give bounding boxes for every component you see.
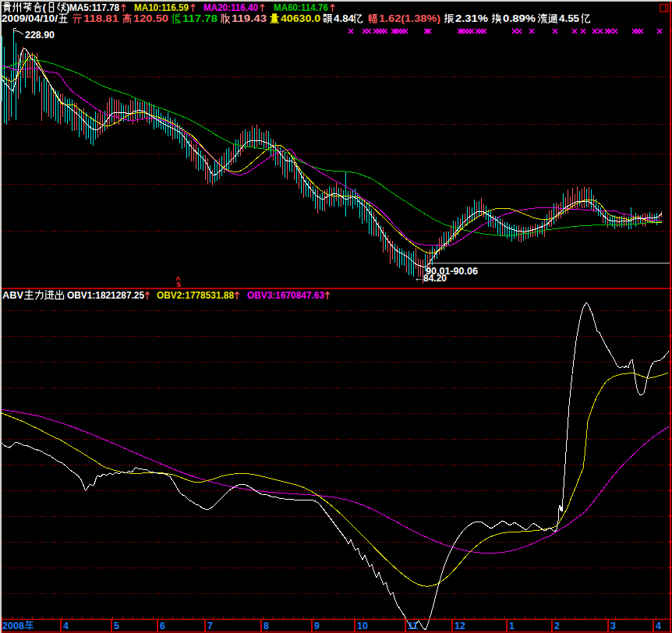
svg-text:119.43: 119.43 [232,12,267,24]
svg-text:OBV3:1670847.63: OBV3:1670847.63 [247,289,324,301]
svg-text:2.31%: 2.31% [455,12,488,24]
svg-text:4.84: 4.84 [334,12,354,24]
svg-text:228.90: 228.90 [25,30,55,41]
svg-text:9: 9 [314,621,320,631]
svg-text:7: 7 [207,621,213,631]
svg-text:40630.0: 40630.0 [281,12,320,24]
svg-text:MA10:116.59: MA10:116.59 [134,2,189,13]
svg-text:←84.20: ←84.20 [414,272,447,284]
svg-text:ABV: ABV [2,289,23,301]
svg-text:5: 5 [114,621,119,631]
svg-text:1: 1 [509,621,515,631]
svg-text:3: 3 [610,621,616,631]
svg-text:OBV2:1778531.88: OBV2:1778531.88 [157,289,234,301]
svg-text:11: 11 [408,621,418,631]
svg-text:OBV1:1821287.25: OBV1:1821287.25 [67,289,144,301]
svg-text:1.62(1.38%): 1.62(1.38%) [379,12,440,24]
svg-text:^: ^ [175,275,181,285]
svg-text:4.55: 4.55 [559,12,579,24]
svg-text:(: ( [42,2,46,13]
svg-text:2009/04/10/: 2009/04/10/ [2,12,58,24]
svg-text:4: 4 [63,621,69,631]
svg-text:6: 6 [160,621,165,631]
svg-text:4: 4 [656,621,661,631]
svg-text:MA5:117.78: MA5:117.78 [69,2,119,13]
svg-text:117.78: 117.78 [182,12,218,24]
svg-text:MA60:114.76: MA60:114.76 [274,2,328,13]
svg-text:2008: 2008 [2,621,24,631]
svg-text:0.89%: 0.89% [503,12,536,24]
svg-text:118.81: 118.81 [83,12,119,24]
svg-text:10: 10 [357,621,368,631]
svg-text:12: 12 [454,621,465,631]
svg-text:120.50: 120.50 [133,12,168,24]
svg-text:2: 2 [554,621,560,631]
svg-text:MA20:116.40: MA20:116.40 [203,2,258,13]
svg-text:8: 8 [263,621,269,631]
